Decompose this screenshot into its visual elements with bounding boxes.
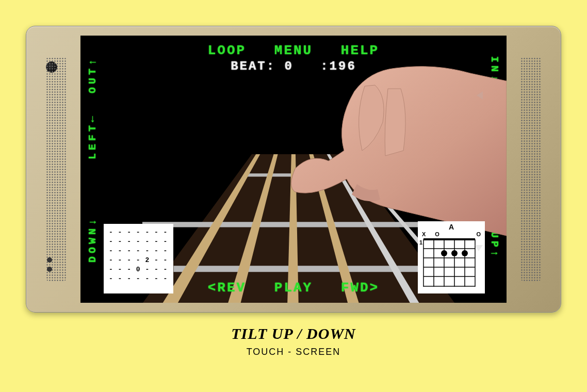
android-back-icon[interactable]: [477, 91, 483, 100]
svg-point-24: [451, 250, 458, 256]
tilt-left-label: LEFT←: [87, 113, 99, 159]
android-recent-icon[interactable]: [475, 245, 483, 251]
caption-line1: TILT UP / DOWN: [0, 325, 587, 342]
tab-line: - - - 0 - - -: [109, 265, 168, 274]
menu-button[interactable]: MENU: [274, 43, 313, 58]
tilt-out-label: OUT↑: [87, 56, 99, 93]
top-menu-bar: LOOP MENU HELP: [80, 43, 507, 58]
phone-device: LOOP MENU HELP BEAT: 0 :196 OUT↑ LEFT← D…: [26, 26, 561, 313]
fwd-button[interactable]: FWD>: [341, 280, 379, 296]
play-button[interactable]: PLAY: [274, 280, 313, 296]
sensor-dots: [47, 257, 52, 276]
chord-open-markers: X O O: [421, 231, 482, 237]
caption-block: TILT UP / DOWN TOUCH - SCREEN: [0, 325, 587, 357]
tab-line: - - - - - - -: [109, 247, 168, 256]
bottom-menu-bar: <REV PLAY FWD>: [80, 280, 507, 296]
svg-rect-11: [423, 238, 475, 240]
caption-line2: TOUCH - SCREEN: [0, 347, 587, 357]
help-button[interactable]: HELP: [341, 43, 379, 58]
chord-marker: O: [435, 231, 439, 237]
svg-point-23: [441, 250, 447, 256]
rev-button[interactable]: <REV: [208, 280, 246, 296]
speaker-grill-right: [520, 57, 541, 281]
bezel-left: [31, 31, 75, 307]
speaker-grill-left: [46, 57, 67, 281]
bezel-right: [512, 31, 556, 307]
tilt-down-label: DOWN↓: [87, 216, 99, 263]
loop-button[interactable]: LOOP: [208, 43, 246, 58]
chord-marker: X: [422, 231, 426, 237]
chord-marker: O: [476, 231, 481, 237]
beat-label: BEAT:: [231, 59, 275, 73]
tab-line: - - - - - - -: [109, 237, 168, 247]
tab-line: - - - - 2 - -: [109, 256, 168, 265]
tab-line: - - - - - - -: [109, 228, 168, 237]
svg-point-25: [462, 250, 468, 256]
app-screen[interactable]: LOOP MENU HELP BEAT: 0 :196 OUT↑ LEFT← D…: [80, 36, 507, 303]
chord-name: A: [421, 223, 482, 231]
